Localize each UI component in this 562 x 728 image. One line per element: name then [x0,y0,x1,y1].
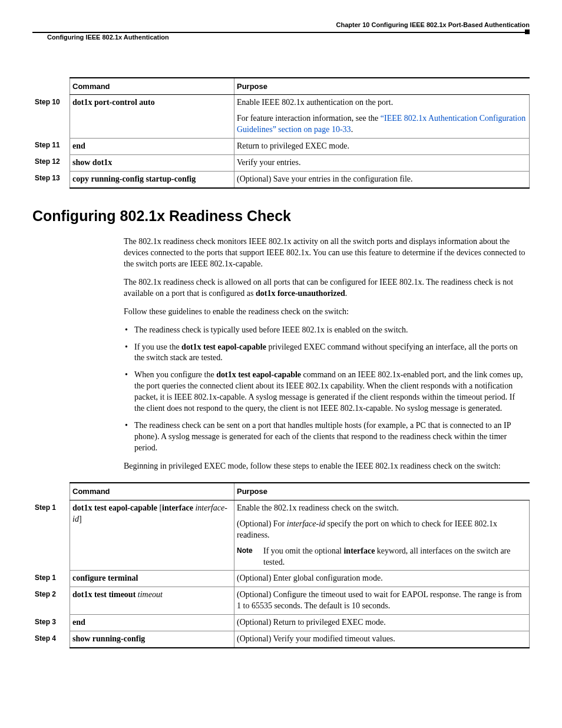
table2-row4-purpose: (Optional) Verify your modified timeout … [234,631,530,648]
table2-row2-command: dot1x test timeout timeout [70,587,234,615]
text-bold: dot1x test eapol-capable [72,503,159,512]
text: . [345,289,348,298]
text-bold: interface [343,546,375,555]
bullet-2: If you use the dot1x test eapol-capable … [124,342,527,364]
text-bold: dot1x force-unauthorized [256,289,345,298]
body-bullets: The readiness check is typically used be… [124,325,527,454]
table1-row1-command: end [70,138,234,154]
table2-row4-step: Step 4 [32,631,70,648]
text-bold: interface [162,503,195,512]
table1-row0-purpose-p1: Enable IEEE 802.1x authentication on the… [237,97,527,108]
table1-row1-step: Step 11 [32,138,70,154]
table2-row3-purpose: (Optional) Return to privileged EXEC mod… [234,615,530,631]
header-chapter: Chapter 10 Configuring IEEE 802.1x Port-… [32,21,530,31]
table1-row0-purpose-p2: For feature interaction information, see… [237,113,527,136]
text-italic: timeout [138,590,163,599]
table2-header-purpose: Purpose [234,483,530,500]
bullet-1: The readiness check is typically used be… [124,325,527,336]
text-bold: dot1x test eapol-capable [216,370,301,379]
table2-row3-command: end [70,615,234,631]
text: If you omit the optional [263,546,343,555]
section-title: Configuring 802.1x Readiness Check [32,206,530,226]
header-section: Configuring IEEE 802.1x Authentication [32,33,530,42]
table1-row2-step: Step 12 [32,154,70,171]
table2-row2-step: Step 2 [32,587,70,615]
table2-row0-step: Step 1 [32,500,70,571]
purpose-p1: Enable the 802.1x readiness check on the… [237,503,527,514]
body-text: The 802.1x readiness check monitors IEEE… [124,236,527,472]
table1-row2-command: show dot1x [70,154,234,171]
body-p4: Beginning in privileged EXEC mode, follo… [124,461,527,472]
table1-row0-step: Step 10 [32,95,70,139]
bullet-4: The readiness check can be sent on a por… [124,420,527,454]
table1-row2-purpose: Verify your entries. [234,154,530,171]
body-p2: The 802.1x readiness check is allowed on… [124,277,527,299]
table2-header-command: Command [70,483,234,500]
text: (Optional) For [237,519,287,528]
text-bold: dot1x test timeout [72,590,138,599]
command-table-1: Command Purpose Step 10 dot1x port-contr… [32,77,530,189]
table1-row1-purpose: Return to privileged EXEC mode. [234,138,530,154]
body-p3: Follow these guidelines to enable the re… [124,307,527,318]
command-table-2: Command Purpose Step 1 dot1x test eapol-… [32,482,530,648]
table1-row3-purpose: (Optional) Save your entries in the conf… [234,171,530,187]
table2-row1-command: configure terminal [70,571,234,587]
table2-row0-purpose: Enable the 802.1x readiness check on the… [234,500,530,571]
text: If you use the [134,342,181,351]
table2-row2-purpose: (Optional) Configure the timeout used to… [234,587,530,615]
table1-row0-purpose: Enable IEEE 802.1x authentication on the… [234,95,530,139]
text-bold: dot1x test eapol-capable [181,342,266,351]
table2-row4-command: show running-config [70,631,234,648]
text: ] [79,515,82,523]
text-italic: interface-id [287,519,325,528]
text: For feature interaction information, see… [237,114,381,123]
header-rule [32,32,530,33]
bullet-3: When you configure the dot1x test eapol-… [124,370,527,414]
table1-row3-command: copy running-config startup-config [70,171,234,187]
purpose-p2: (Optional) For interface-id specify the … [237,519,527,541]
table1-header-command: Command [70,78,234,95]
note-label: Note [237,546,263,555]
table2-row1-step: Step 1 [32,571,70,587]
table2-row3-step: Step 3 [32,615,70,631]
table2-row0-command: dot1x test eapol-capable [interface inte… [70,500,234,571]
note-body: If you omit the optional interface keywo… [263,546,527,568]
table2-row1-purpose: (Optional) Enter global configuration mo… [234,571,530,587]
text: . [351,125,353,134]
table1-row0-command: dot1x port-control auto [70,95,234,139]
table1-header-purpose: Purpose [234,78,530,95]
text: When you configure the [134,370,216,379]
table1-row3-step: Step 13 [32,171,70,187]
body-p1: The 802.1x readiness check monitors IEEE… [124,236,527,270]
note-row: Note If you omit the optional interface … [237,546,527,568]
